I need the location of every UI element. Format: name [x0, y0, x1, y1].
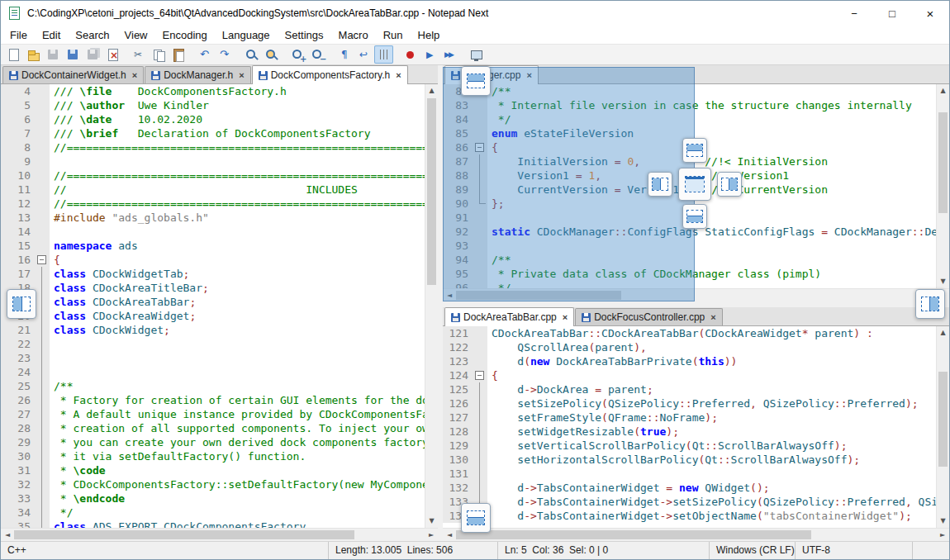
scrollbar-thumb[interactable]: [938, 372, 948, 467]
line-number: 7: [1, 126, 35, 140]
menu-language[interactable]: Language: [215, 27, 278, 43]
tab-close-icon[interactable]: ×: [563, 312, 568, 322]
line-number: 13: [1, 211, 35, 225]
drop-indicator-top[interactable]: [682, 138, 707, 163]
new-file-button[interactable]: [4, 45, 23, 64]
code-line: 132 d->TabsContainerWidget = new QWidget…: [443, 481, 936, 495]
line-number: 35: [1, 520, 35, 528]
menu-run[interactable]: Run: [376, 27, 411, 43]
horizontal-splitter[interactable]: [443, 301, 949, 307]
scrollbar-thumb[interactable]: [938, 112, 948, 213]
scroll-up-arrow[interactable]: ▲: [425, 84, 438, 97]
status-eol-format[interactable]: Windows (CR LF): [709, 542, 795, 559]
scroll-left-arrow[interactable]: ◄: [1, 529, 14, 541]
fold-marker[interactable]: [473, 368, 487, 382]
code-text: /// \file DockComponentsFactory.h: [50, 84, 287, 98]
tab-close-icon[interactable]: ×: [132, 70, 137, 80]
editor[interactable]: 121CDockAreaTabBar::CDockAreaTabBar(CDoc…: [443, 326, 936, 528]
zoom-out-icon: [311, 48, 325, 62]
code-line: 35class ADS_EXPORT CDockComponentsFactor…: [1, 520, 425, 528]
run-macro-multiple-button[interactable]: [440, 45, 459, 64]
menu-help[interactable]: Help: [411, 27, 448, 43]
scrollbar-thumb[interactable]: [14, 530, 354, 539]
monitor-button[interactable]: [467, 45, 486, 64]
scroll-left-arrow[interactable]: ◄: [443, 529, 456, 541]
copy-button[interactable]: [150, 45, 169, 64]
scroll-down-arrow[interactable]: ▼: [425, 515, 438, 528]
drop-indicator-left[interactable]: [648, 172, 672, 197]
fold-margin: [35, 168, 50, 183]
paste-button[interactable]: [169, 45, 188, 64]
menu-view[interactable]: View: [117, 27, 155, 43]
save-all-button[interactable]: [83, 45, 102, 64]
menu-encoding[interactable]: Encoding: [155, 27, 215, 43]
maximize-button[interactable]: □: [873, 1, 911, 26]
record-macro-button[interactable]: [401, 45, 420, 64]
menu-search[interactable]: Search: [68, 27, 116, 43]
menu-file[interactable]: File: [2, 27, 35, 43]
menu-settings[interactable]: Settings: [278, 27, 331, 43]
edge-drop-indicator-right[interactable]: [915, 289, 945, 319]
undo-button[interactable]: [196, 45, 215, 64]
tab-dockmanager-h[interactable]: DockManager.h×: [145, 66, 250, 83]
scroll-right-arrow[interactable]: ►: [425, 529, 438, 541]
drop-indicator-bottom[interactable]: [682, 204, 707, 229]
edge-drop-indicator-bottom[interactable]: [461, 503, 491, 533]
menu-macro[interactable]: Macro: [331, 27, 376, 43]
tab-dockcomponentsfactory-h[interactable]: DockComponentsFactory.h×: [252, 65, 408, 84]
tab-close-icon[interactable]: ×: [239, 70, 244, 80]
redo-button[interactable]: [216, 45, 235, 64]
edge-drop-indicator-top[interactable]: [461, 66, 491, 96]
close-button[interactable]: [103, 45, 122, 64]
minimize-button[interactable]: −: [835, 1, 873, 26]
vertical-scrollbar[interactable]: ▲ ▼: [936, 326, 949, 528]
tab-close-icon[interactable]: ×: [710, 312, 715, 322]
drop-indicator-right[interactable]: [717, 172, 742, 197]
menu-edit[interactable]: Edit: [35, 27, 68, 43]
horizontal-scrollbar[interactable]: ◄ ►: [1, 528, 438, 541]
close-button[interactable]: ×: [911, 1, 949, 26]
new-file-icon: [7, 48, 21, 62]
open-file-button[interactable]: [24, 45, 43, 64]
find-button[interactable]: [242, 45, 261, 64]
vertical-scrollbar[interactable]: ▲ ▼: [936, 84, 949, 288]
playback-macro-button[interactable]: [420, 45, 439, 64]
line-number: 34: [1, 505, 35, 520]
word-wrap-button[interactable]: [354, 45, 373, 64]
zoom-out-button[interactable]: [308, 45, 327, 64]
code-text: {: [50, 253, 60, 267]
scroll-down-arrow[interactable]: ▼: [937, 275, 949, 288]
scroll-up-arrow[interactable]: ▲: [937, 84, 949, 97]
status-language[interactable]: C++: [1, 542, 328, 559]
titlebar[interactable]: C:\CodingXP\cetoni_projects_64bit\QtAdva…: [1, 1, 949, 26]
save-button[interactable]: [44, 45, 63, 64]
status-encoding[interactable]: UTF-8: [795, 542, 912, 559]
drop-indicator-center[interactable]: [678, 168, 711, 201]
save-copy-button[interactable]: [64, 45, 83, 64]
code-text: //======================================…: [50, 168, 425, 183]
scroll-down-arrow[interactable]: ▼: [937, 515, 949, 528]
tab-dockcontainerwidget-h[interactable]: DockContainerWidget.h×: [2, 66, 144, 83]
show-all-characters-button[interactable]: [335, 45, 354, 64]
code-text: [487, 467, 492, 481]
code-text: d->TabsContainerWidget->setSizePolicy(QS…: [487, 495, 936, 509]
replace-button[interactable]: [262, 45, 281, 64]
editor[interactable]: 4/// \file DockComponentsFactory.h5/// \…: [1, 84, 425, 528]
code-line: 129 setVerticalScrollBarPolicy(Qt::Scrol…: [443, 439, 936, 453]
tab-close-icon[interactable]: ×: [396, 70, 401, 80]
tab-dockareatabbar-cpp[interactable]: DockAreaTabBar.cpp×: [444, 307, 574, 326]
scrollbar-thumb[interactable]: [456, 530, 811, 539]
scroll-right-arrow[interactable]: ►: [936, 529, 949, 541]
fold-margin: [35, 351, 50, 365]
horizontal-scrollbar[interactable]: ◄ ►: [443, 528, 949, 541]
fold-marker[interactable]: [35, 253, 50, 267]
edge-drop-indicator-left[interactable]: [7, 289, 36, 319]
tab-dockfocuscontroller-cpp[interactable]: DockFocusController.cpp×: [575, 308, 723, 325]
zoom-in-button[interactable]: [288, 45, 307, 64]
code-line: 18class CDockAreaTitleBar;: [1, 281, 425, 295]
vertical-scrollbar[interactable]: ▲ ▼: [425, 84, 438, 528]
indent-guide-button[interactable]: [374, 45, 393, 64]
scroll-up-arrow[interactable]: ▲: [937, 326, 949, 339]
cut-button[interactable]: [130, 45, 149, 64]
scrollbar-thumb[interactable]: [427, 98, 436, 285]
